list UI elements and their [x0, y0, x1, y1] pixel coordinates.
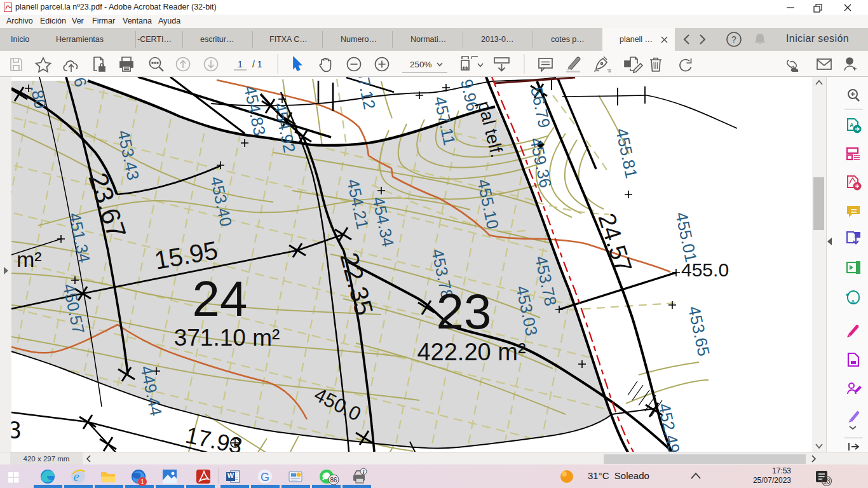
svg-text:A: A [851, 299, 855, 305]
svg-text:422.20 m²: 422.20 m² [417, 339, 526, 365]
svg-text:?: ? [731, 34, 736, 44]
svg-text:455.0: 455.0 [681, 259, 729, 280]
svg-text:23: 23 [437, 283, 492, 339]
svg-text:W: W [227, 471, 234, 479]
svg-text:/ 1: / 1 [252, 59, 262, 69]
svg-text:24: 24 [193, 271, 248, 327]
svg-text:1: 1 [238, 59, 243, 69]
svg-text:13: 13 [823, 478, 831, 485]
svg-text:250%: 250% [410, 60, 432, 69]
svg-text:m²: m² [17, 247, 42, 271]
svg-text:A: A [850, 122, 854, 128]
svg-text:1: 1 [140, 478, 144, 485]
svg-text:371.10 m²: 371.10 m² [174, 325, 280, 351]
svg-text:G: G [261, 471, 269, 484]
svg-text:86: 86 [330, 477, 337, 484]
